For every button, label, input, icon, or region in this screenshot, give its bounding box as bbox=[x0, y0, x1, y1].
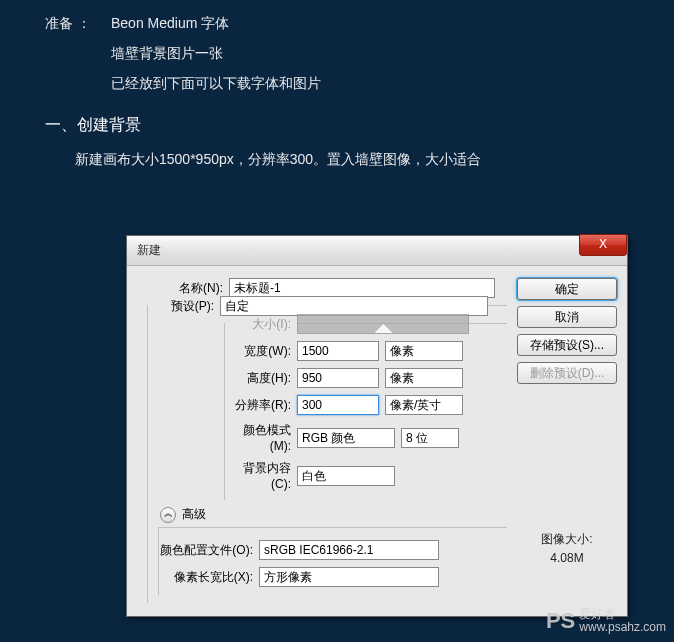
bits-select[interactable]: 8 位 bbox=[401, 428, 459, 448]
preset-select[interactable]: 自定 bbox=[220, 296, 488, 316]
aspect-label: 像素长宽比(X): bbox=[159, 569, 259, 586]
prep-label: 准备 ： bbox=[45, 15, 101, 33]
width-label: 宽度(W): bbox=[225, 343, 297, 360]
height-label: 高度(H): bbox=[225, 370, 297, 387]
prep-item-1: 墙壁背景图片一张 bbox=[45, 45, 629, 63]
height-input[interactable] bbox=[297, 368, 379, 388]
close-icon: X bbox=[599, 237, 607, 251]
colormode-label: 颜色模式(M): bbox=[225, 422, 297, 453]
width-unit-select[interactable]: 像素 bbox=[385, 341, 463, 361]
colormode-select[interactable]: RGB 颜色 bbox=[297, 428, 395, 448]
size-select[interactable] bbox=[297, 314, 469, 334]
resolution-unit-select[interactable]: 像素/英寸 bbox=[385, 395, 463, 415]
aspect-select[interactable]: 方形像素 bbox=[259, 567, 439, 587]
section-title: 一、创建背景 bbox=[45, 115, 629, 136]
resolution-label: 分辨率(R): bbox=[225, 397, 297, 414]
advanced-label: 高级 bbox=[182, 506, 206, 523]
size-label: 大小(I): bbox=[225, 316, 297, 333]
preset-label: 预设(P): bbox=[148, 298, 220, 315]
profile-label: 颜色配置文件(O): bbox=[159, 542, 259, 559]
delete-preset-button[interactable]: 删除预设(D)... bbox=[517, 362, 617, 384]
resolution-input[interactable] bbox=[297, 395, 379, 415]
dialog-title: 新建 bbox=[137, 242, 161, 259]
section-desc: 新建画布大小1500*950px，分辨率300。置入墙壁图像，大小适合 bbox=[45, 151, 629, 169]
ok-button[interactable]: 确定 bbox=[517, 278, 617, 300]
profile-select[interactable]: sRGB IEC61966-2.1 bbox=[259, 540, 439, 560]
chevron-up-icon: ︽ bbox=[164, 509, 173, 518]
prep-item-2: 已经放到下面可以下载字体和图片 bbox=[45, 75, 629, 93]
height-unit-select[interactable]: 像素 bbox=[385, 368, 463, 388]
image-size-value: 4.08M bbox=[517, 549, 617, 568]
background-label: 背景内容(C): bbox=[225, 460, 297, 491]
advanced-toggle[interactable]: ︽ bbox=[160, 507, 176, 523]
background-select[interactable]: 白色 bbox=[297, 466, 395, 486]
watermark-logo: PS bbox=[546, 608, 575, 634]
width-input[interactable] bbox=[297, 341, 379, 361]
close-button[interactable]: X bbox=[579, 234, 627, 256]
save-preset-button[interactable]: 存储预设(S)... bbox=[517, 334, 617, 356]
watermark: PS 爱好者 www.psahz.com bbox=[546, 608, 666, 634]
prep-item-0: Beon Medium 字体 bbox=[111, 15, 229, 33]
name-input[interactable] bbox=[229, 278, 495, 298]
cancel-button[interactable]: 取消 bbox=[517, 306, 617, 328]
new-document-dialog: 新建 X 名称(N): 预设(P): 自定 大小(I): bbox=[126, 235, 628, 617]
watermark-url: www.psahz.com bbox=[579, 621, 666, 634]
image-size-label: 图像大小: bbox=[517, 530, 617, 549]
watermark-chars: 爱好者 bbox=[579, 608, 666, 621]
name-label: 名称(N): bbox=[137, 280, 229, 297]
dialog-titlebar: 新建 X bbox=[127, 236, 627, 266]
